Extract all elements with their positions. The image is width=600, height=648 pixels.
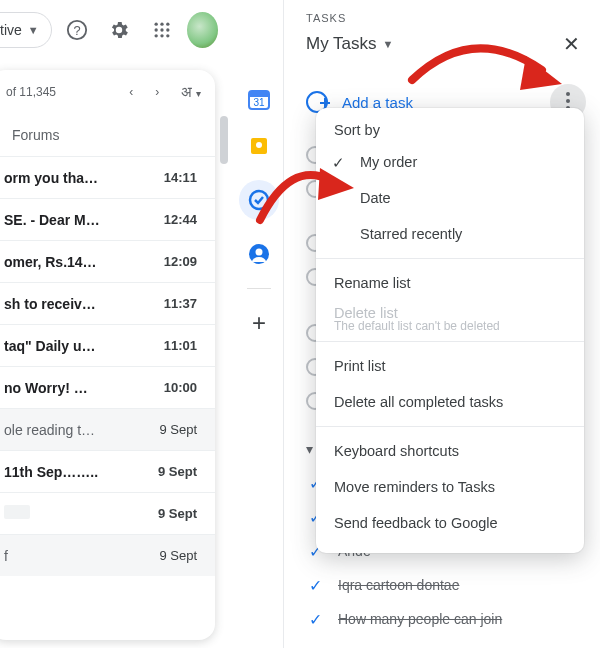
- divider: [283, 0, 284, 648]
- svg-point-5: [154, 28, 157, 31]
- tasks-options-menu: Sort by ✓ My order Date Starred recently…: [316, 108, 584, 553]
- mail-time: 11:01: [164, 338, 197, 353]
- svg-point-8: [154, 34, 157, 37]
- mail-time: 12:44: [164, 212, 197, 227]
- mail-time: 10:00: [164, 380, 197, 395]
- mail-subject: omer, Rs.14…: [4, 254, 97, 270]
- tasks-label: TASKS: [306, 12, 586, 24]
- mail-row[interactable]: omer, Rs.14…12:09: [0, 240, 215, 282]
- mail-time: 9 Sept: [159, 548, 197, 563]
- calendar-rail-icon[interactable]: 31: [247, 88, 271, 112]
- mail-time: 12:09: [164, 254, 197, 269]
- mail-row[interactable]: no Worry! …10:00: [0, 366, 215, 408]
- check-icon: ✓: [306, 576, 324, 595]
- mail-time: 9 Sept: [158, 506, 197, 521]
- apps-grid-icon[interactable]: [145, 10, 179, 50]
- inbox-filter-button[interactable]: ctive ▼: [0, 12, 52, 48]
- menu-delete-list: Delete list: [316, 301, 584, 325]
- mail-time: 14:11: [164, 170, 197, 185]
- side-rail: 31 +: [235, 70, 283, 335]
- mail-row[interactable]: taq" Daily u…11:01: [0, 324, 215, 366]
- mail-row[interactable]: f9 Sept: [0, 534, 215, 576]
- mail-time: 9 Sept: [158, 464, 197, 479]
- menu-send-feedback[interactable]: Send feedback to Google: [316, 505, 584, 541]
- completed-task-label: How many people can join: [338, 611, 502, 627]
- mail-subject: sh to receiv…: [4, 296, 96, 312]
- chevron-down-icon: ▼: [28, 24, 39, 36]
- mail-row[interactable]: sh to receiv…11:37: [0, 282, 215, 324]
- mail-row[interactable]: 9 Sept: [0, 492, 215, 534]
- menu-rename-list[interactable]: Rename list: [316, 265, 584, 301]
- mail-time: 9 Sept: [159, 422, 197, 437]
- contacts-rail-icon[interactable]: [247, 242, 271, 266]
- next-page-button[interactable]: ›: [149, 81, 165, 103]
- menu-sort-starred[interactable]: Starred recently: [316, 216, 584, 252]
- svg-point-2: [154, 23, 157, 26]
- svg-point-3: [160, 23, 163, 26]
- menu-print-list[interactable]: Print list: [316, 348, 584, 384]
- menu-divider: [316, 258, 584, 259]
- check-icon: ✓: [332, 154, 345, 172]
- mail-row[interactable]: 11th Sep……..9 Sept: [0, 450, 215, 492]
- mail-subject: SE. - Dear M…: [4, 212, 100, 228]
- menu-divider: [316, 341, 584, 342]
- chevron-down-icon: ▼: [383, 38, 394, 50]
- completed-task-label: Iqra cartoon dontae: [338, 577, 459, 593]
- mail-time: 11:37: [164, 296, 197, 311]
- svg-text:?: ?: [73, 23, 80, 38]
- mail-subject: f: [4, 548, 8, 564]
- svg-point-9: [160, 34, 163, 37]
- svg-point-6: [160, 28, 163, 31]
- help-icon[interactable]: ?: [60, 10, 94, 50]
- prev-page-button[interactable]: ‹: [123, 81, 139, 103]
- menu-keyboard-shortcuts[interactable]: Keyboard shortcuts: [316, 433, 584, 469]
- completed-task-row[interactable]: ✓Iqra cartoon dontae: [306, 568, 586, 602]
- menu-delete-completed[interactable]: Delete all completed tasks: [316, 384, 584, 420]
- mail-list-panel: of 11,345 ‹ › अ ▾ Forums orm you tha…14:…: [0, 70, 215, 640]
- mail-subject: 11th Sep……..: [4, 464, 98, 480]
- menu-sort-my-order[interactable]: ✓ My order: [316, 144, 584, 180]
- svg-point-18: [256, 249, 263, 256]
- mail-subject: orm you tha…: [4, 170, 98, 186]
- close-icon[interactable]: ✕: [557, 26, 586, 62]
- svg-point-10: [166, 34, 169, 37]
- mail-subject: ole reading t…: [4, 422, 95, 438]
- menu-sort-date[interactable]: Date: [316, 180, 584, 216]
- mail-subject: no Worry! …: [4, 380, 88, 396]
- addons-plus-button[interactable]: +: [247, 311, 271, 335]
- mail-row[interactable]: orm you tha…14:11: [0, 156, 215, 198]
- input-tools-button[interactable]: अ ▾: [175, 82, 207, 103]
- check-icon: ✓: [306, 610, 324, 629]
- menu-sort-heading: Sort by: [316, 118, 584, 144]
- filter-label: ctive: [0, 22, 22, 38]
- mail-subject: [4, 505, 30, 522]
- tab-forums[interactable]: Forums: [0, 114, 215, 156]
- svg-text:31: 31: [253, 97, 265, 108]
- menu-move-reminders[interactable]: Move reminders to Tasks: [316, 469, 584, 505]
- scrollbar-thumb[interactable]: [220, 116, 228, 164]
- gear-icon[interactable]: [102, 10, 136, 50]
- menu-divider: [316, 426, 584, 427]
- tasks-rail-icon[interactable]: [239, 180, 279, 220]
- avatar[interactable]: [187, 12, 218, 48]
- keep-rail-icon[interactable]: [247, 134, 271, 158]
- mail-subject: taq" Daily u…: [4, 338, 95, 354]
- mail-row[interactable]: SE. - Dear M…12:44: [0, 198, 215, 240]
- tasks-list-selector[interactable]: My Tasks ▼: [306, 34, 393, 54]
- pagination-count: of 11,345: [6, 85, 113, 99]
- svg-point-15: [256, 142, 262, 148]
- svg-point-7: [166, 28, 169, 31]
- mail-row[interactable]: ole reading t…9 Sept: [0, 408, 215, 450]
- chevron-down-icon: ▾: [306, 441, 313, 457]
- completed-task-row[interactable]: ✓How many people can join: [306, 602, 586, 636]
- svg-point-4: [166, 23, 169, 26]
